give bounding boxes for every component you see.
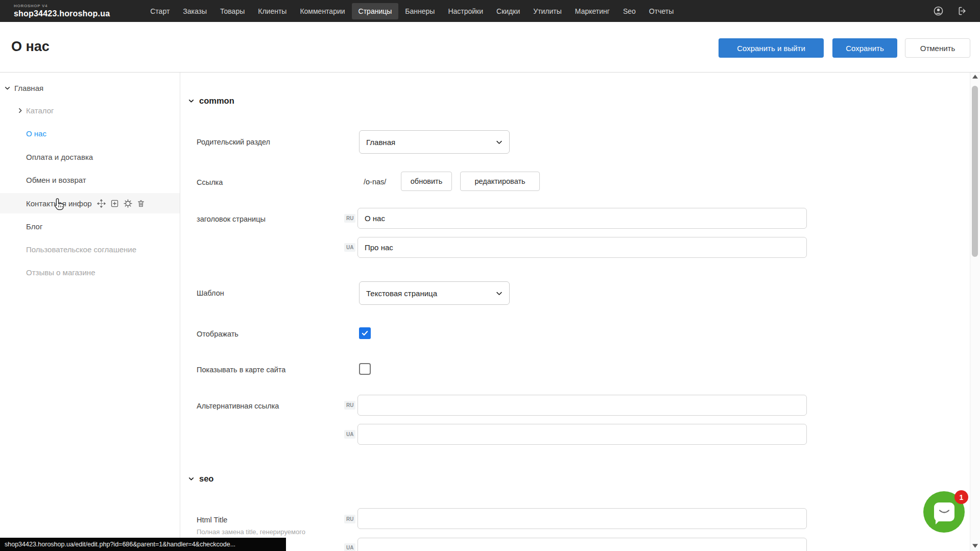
page-title: О нас [11,39,50,55]
section-seo[interactable]: seo [188,474,213,484]
section-common-label: common [199,96,234,106]
sidebar-item-soglashenie[interactable]: Пользовательское соглашение [0,239,180,259]
chat-bubble-icon [934,502,954,521]
html-title-label: Html Title [197,516,227,524]
chevron-down-icon [495,290,503,297]
alt-link-ru-input[interactable] [357,395,807,416]
add-page-icon[interactable] [110,199,119,208]
menu-item-clients[interactable]: Клиенты [251,3,293,19]
page-title-ru-input[interactable] [357,208,807,229]
brand-version: HOROSHOP V4 [14,4,110,8]
menu-item-orders[interactable]: Заказы [176,3,213,19]
section-seo-label: seo [199,474,213,484]
lang-badge-ua: UA [344,543,355,551]
status-url-tooltip: shop34423.horoshop.ua/edit/edit.php?id=6… [0,538,286,551]
sidebar-item-label: Оплата и доставка [26,153,93,161]
status-url-text: shop34423.horoshop.ua/edit/edit.php?id=6… [5,541,235,548]
settings-gear-icon[interactable] [124,199,132,208]
alt-link-ua-input[interactable] [357,424,807,445]
brand-domain: shop34423.horoshop.ua [14,10,110,18]
lang-badge-ua: UA [344,430,355,439]
menu-item-seo[interactable]: Seo [616,3,642,19]
check-icon [361,329,369,337]
sidebar-item-label: Блог [26,222,42,231]
topbar-icons [933,6,968,16]
sidebar-item-label: Каталог [26,106,54,115]
sidebar-item-glavnaya[interactable]: Главная [0,78,180,98]
template-select[interactable]: Текстовая страница [359,281,510,305]
sidebar-item-blog[interactable]: Блог [0,216,180,236]
sidebar-item-o-nas[interactable]: О нас [0,123,180,143]
link-refresh-button[interactable]: обновить [401,172,452,191]
sitemap-label: Показывать в карте сайта [197,366,285,374]
page-title-field-label: заголовок страницы [197,215,266,223]
scrollbar-up-icon[interactable] [971,75,978,79]
chevron-down-icon [495,138,503,146]
lang-badge-ru: RU [344,214,355,223]
alt-link-label: Альтернативная ссылка [197,402,279,410]
menu-item-comments[interactable]: Комментарии [293,3,351,19]
sidebar-item-label: Главная [14,84,43,92]
menu-item-products[interactable]: Товары [213,3,251,19]
chevron-down-icon[interactable] [4,85,11,91]
sidebar-divider [180,73,180,551]
cancel-button[interactable]: Отменить [905,38,970,58]
html-title-ru-input[interactable] [357,508,807,529]
chevron-right-icon[interactable] [17,107,23,114]
brand[interactable]: HOROSHOP V4 shop34423.horoshop.ua [14,4,110,18]
save-and-exit-button[interactable]: Сохранить и выйти [719,38,824,58]
sidebar-item-label: Контактная инфор [26,199,92,208]
scrollbar-down-icon[interactable] [971,544,978,548]
sidebar-item-label: О нас [26,129,46,138]
page-title-ua-input[interactable] [357,237,807,258]
menu-item-pages[interactable]: Страницы [352,3,399,19]
menu-item-start[interactable]: Старт [144,3,176,19]
app-window: HOROSHOP V4 shop34423.horoshop.ua Старт … [0,0,980,551]
sidebar-item-otzyvy[interactable]: Отзывы о магазине [0,262,180,282]
link-label: Ссылка [197,178,223,186]
sidebar-item-oplata[interactable]: Оплата и доставка [0,147,180,167]
sidebar-item-kontaktnaya[interactable]: Контактная инфор [0,193,180,213]
parent-section-select[interactable]: Главная [359,130,510,154]
sidebar-item-label: Обмен и возврат [26,176,86,184]
sidebar-item-katalog[interactable]: Каталог [0,100,180,121]
chat-unread-badge[interactable]: 1 [954,490,968,504]
menu-item-discounts[interactable]: Скидки [490,3,527,19]
account-icon[interactable] [933,6,944,16]
display-checkbox[interactable] [359,327,371,339]
scrollbar-thumb[interactable] [972,86,978,257]
sidebar-item-obmen[interactable]: Обмен и возврат [0,170,180,190]
menu-item-utilities[interactable]: Утилиты [527,3,568,19]
template-label: Шаблон [197,289,224,297]
sitemap-checkbox[interactable] [359,363,371,375]
move-icon[interactable] [97,199,106,208]
link-value: /o-nas/ [364,178,386,186]
topbar: HOROSHOP V4 shop34423.horoshop.ua Старт … [0,0,980,22]
parent-section-label: Родительский раздел [197,138,270,146]
menu-item-settings[interactable]: Настройки [441,3,490,19]
save-button[interactable]: Сохранить [832,38,897,58]
html-title-ua-input[interactable] [357,538,807,551]
link-edit-button[interactable]: редактировать [460,172,540,191]
logout-icon[interactable] [957,6,968,16]
main-menu: Старт Заказы Товары Клиенты Комментарии … [144,3,680,19]
template-value: Текстовая страница [366,289,437,298]
lang-badge-ru: RU [344,515,355,523]
menu-item-reports[interactable]: Отчеты [642,3,680,19]
display-label: Отображать [197,330,238,338]
chevron-down-icon [188,475,195,482]
parent-section-value: Главная [366,138,395,147]
sidebar-item-label: Пользовательское соглашение [26,245,136,254]
menu-item-marketing[interactable]: Маркетинг [568,3,616,19]
tree-row-actions [97,199,145,208]
delete-trash-icon[interactable] [137,199,145,208]
chevron-down-icon [188,98,195,104]
lang-badge-ua: UA [344,243,355,252]
lang-badge-ru: RU [344,401,355,410]
html-title-hint: Полная замена title, генерируемого [197,528,305,536]
section-common[interactable]: common [188,96,234,106]
header-divider [0,72,980,73]
menu-item-banners[interactable]: Баннеры [398,3,441,19]
sidebar-item-label: Отзывы о магазине [26,268,95,277]
